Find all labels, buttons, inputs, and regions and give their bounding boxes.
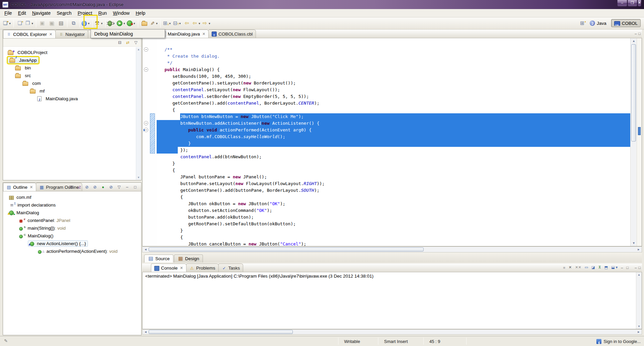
- scroll-lock-icon[interactable]: ◪: [591, 265, 595, 270]
- code-line[interactable]: {: [157, 194, 630, 200]
- console-tab-problems[interactable]: Problems: [186, 264, 219, 272]
- perspective-java[interactable]: Java: [587, 19, 609, 27]
- code-line[interactable]: contentPanel.add(btnNewButton);: [157, 154, 630, 160]
- hide-non-public-icon[interactable]: ●: [100, 185, 106, 189]
- code-line[interactable]: public void actionPerformed(ActionEvent …: [157, 127, 630, 133]
- remove-all-terminated-icon[interactable]: ✕✕: [575, 265, 581, 270]
- view-menu-icon[interactable]: ▽: [133, 40, 139, 45]
- code-line[interactable]: public MainDialog() {: [157, 66, 630, 73]
- link-with-editor-icon[interactable]: ⇄: [125, 40, 130, 45]
- code-line[interactable]: JButton cancelButton = new JButton("Canc…: [157, 241, 630, 246]
- editor-horizontal-scrollbar[interactable]: ◄ ►: [142, 246, 642, 252]
- new-wizard-button[interactable]: ▾: [2, 19, 12, 28]
- code-line[interactable]: getContentPane().add(contentPanel, Borde…: [157, 100, 630, 107]
- scroll-down-icon[interactable]: ▼: [631, 240, 637, 246]
- scrollbar-thumb[interactable]: [631, 44, 636, 141]
- outline-item-com-mf[interactable]: com.mf: [3, 193, 141, 201]
- show-on-output-icon[interactable]: ⬒: [604, 265, 608, 270]
- hide-static-members-icon[interactable]: ⊘: [92, 185, 98, 189]
- maximize-icon[interactable]: □: [132, 185, 138, 189]
- google-signin[interactable]: Sign in to Google...: [596, 336, 641, 346]
- copy-pages-button[interactable]: [69, 19, 78, 28]
- open-console-icon[interactable]: ⬓ ▾: [611, 265, 618, 270]
- menu-navigate[interactable]: Navigate: [29, 9, 54, 17]
- save-all-button[interactable]: [47, 19, 56, 28]
- menu-edit[interactable]: Edit: [15, 9, 29, 17]
- code-line[interactable]: com.mf.COBOLClass.sayHelloWorld();: [157, 133, 630, 140]
- profile-button[interactable]: ▾: [127, 19, 136, 28]
- new-remote-project-button[interactable]: ▾: [25, 19, 34, 28]
- selection-overview-mark[interactable]: [638, 127, 641, 135]
- editor-tab-cobolclass-cbl[interactable]: COBOLClass.cbl: [208, 30, 256, 38]
- console-vertical-scrollbar[interactable]: [636, 272, 642, 329]
- tree-item-src[interactable]: src: [3, 72, 141, 79]
- outline-tab-outline[interactable]: Outline✕: [3, 183, 36, 191]
- tab-source[interactable]: Source: [144, 254, 173, 263]
- fold-collapse-icon[interactable]: −: [144, 67, 148, 72]
- outline-item-actionperformed-actionevent[interactable]: △actionPerformed(ActionEvent) : void: [3, 247, 141, 255]
- tree-item-mf[interactable]: mf: [3, 87, 141, 95]
- outline-item-maindialog[interactable]: CMainDialog(): [3, 232, 141, 240]
- code-line[interactable]: /**: [157, 46, 630, 53]
- forward-button[interactable]: ▾: [202, 19, 211, 28]
- type-hierarchy-button[interactable]: ▾: [172, 19, 182, 28]
- console-horizontal-scrollbar[interactable]: ◄ ►: [142, 329, 642, 335]
- editor-tab-maindialog-java[interactable]: MainDialog.java✕: [158, 30, 209, 38]
- maximize-button[interactable]: ❐: [628, 0, 637, 6]
- minimize-icon[interactable]: –: [635, 266, 637, 270]
- overview-ruler[interactable]: [637, 38, 642, 246]
- view-menu-icon[interactable]: ▽: [116, 185, 122, 189]
- sort-icon[interactable]: ↓z: [76, 185, 82, 189]
- code-line[interactable]: getContentPane().setLayout(new BorderLay…: [157, 80, 630, 86]
- code-line[interactable]: contentPanel.setLayout(new FlowLayout())…: [157, 86, 630, 93]
- scroll-up-icon[interactable]: ▲: [631, 38, 637, 44]
- scroll-left-icon[interactable]: ◄: [143, 330, 149, 334]
- tab-design[interactable]: Design: [174, 254, 203, 263]
- tree-item-cobolproject[interactable]: COBOLProject: [3, 49, 141, 56]
- code-line[interactable]: okButton.setActionCommand("OK");: [157, 207, 630, 214]
- maximize-icon[interactable]: □: [638, 266, 641, 270]
- menu-help[interactable]: Help: [132, 9, 148, 17]
- scrollbar-thumb[interactable]: [149, 330, 293, 334]
- console-tab-tasks[interactable]: Tasks: [218, 264, 244, 272]
- menu-search[interactable]: Search: [54, 9, 74, 17]
- code-line[interactable]: JPanel buttonPane = new JPanel();: [157, 174, 630, 180]
- code-content[interactable]: /** * Create the dialog. */ public MainD…: [157, 38, 630, 246]
- search-brush-dropdown-icon[interactable]: ▾: [155, 19, 159, 28]
- new-cobol-program-button[interactable]: [15, 19, 24, 28]
- back-dropdown-icon[interactable]: ▾: [198, 19, 201, 28]
- code-line[interactable]: JButton okButton = new JButton("OK");: [157, 200, 630, 207]
- clear-console-icon[interactable]: ▭: [585, 265, 588, 270]
- code-line[interactable]: }: [157, 227, 630, 234]
- code-line[interactable]: {: [157, 234, 630, 241]
- explorer-tab-cobol-explorer[interactable]: COBOL Explorer✕: [3, 30, 56, 38]
- maximize-icon[interactable]: □: [626, 266, 629, 270]
- outline-item-new-actionlistener[interactable]: new ActionListener() {...}: [3, 240, 141, 247]
- save-button[interactable]: [38, 19, 47, 28]
- tree-item-com[interactable]: com: [3, 79, 141, 87]
- close-button[interactable]: ✕: [638, 0, 641, 6]
- outline-item-import-declarations[interactable]: import declarations: [3, 201, 141, 209]
- editor-vertical-scrollbar[interactable]: ▲ ▼: [630, 38, 637, 246]
- maximize-icon[interactable]: □: [638, 32, 641, 36]
- close-icon[interactable]: ✕: [202, 32, 205, 36]
- code-line[interactable]: });: [157, 147, 630, 154]
- pin-console-icon[interactable]: ⊼: [598, 265, 601, 270]
- code-line[interactable]: * Create the dialog.: [157, 53, 630, 60]
- tree-item-bin[interactable]: bin: [3, 64, 141, 72]
- perspective-cobol[interactable]: COBOL: [611, 19, 641, 27]
- menu-window[interactable]: Window: [110, 9, 133, 17]
- fold-collapse-icon[interactable]: −: [144, 47, 148, 52]
- fold-collapse-icon[interactable]: −: [144, 121, 148, 125]
- minimize-button[interactable]: –: [617, 0, 627, 6]
- run-button[interactable]: ▾: [117, 19, 126, 28]
- collapse-all-icon[interactable]: ⊟: [68, 185, 73, 189]
- new-remote-project-dropdown-icon[interactable]: ▾: [31, 19, 34, 28]
- checkout-list-button[interactable]: ▾: [162, 19, 172, 28]
- back-button[interactable]: ▾: [192, 19, 201, 28]
- console-tab-console[interactable]: Console✕: [151, 264, 186, 272]
- code-line[interactable]: getRootPane().setDefaultButton(okButton)…: [157, 221, 630, 227]
- open-perspective-icon[interactable]: [579, 20, 585, 26]
- terminate-icon[interactable]: ■: [563, 266, 566, 270]
- bug-button[interactable]: ▾: [107, 19, 116, 28]
